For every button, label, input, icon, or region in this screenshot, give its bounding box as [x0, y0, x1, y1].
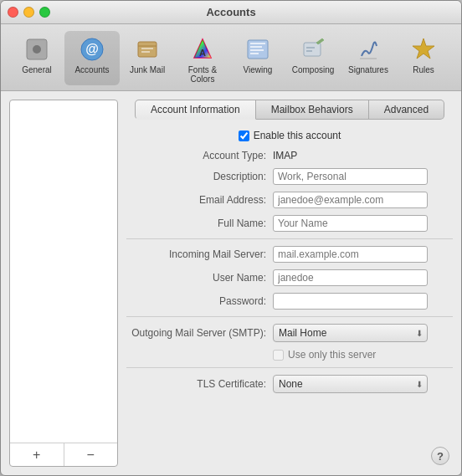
password-row: Password:: [126, 293, 453, 310]
toolbar-label-signatures: Signatures: [348, 65, 388, 74]
close-button[interactable]: [8, 7, 18, 18]
fullname-input[interactable]: [273, 215, 428, 232]
outgoing-server-dropdown-container: Mail Home ⬇: [273, 324, 428, 342]
maximize-button[interactable]: [39, 7, 50, 18]
toolbar: General @ Accounts Junk Mail: [1, 24, 461, 91]
tab-account-info[interactable]: Account Information: [135, 100, 256, 120]
separator-2: [126, 316, 453, 317]
svg-text:@: @: [85, 42, 99, 56]
window-title: Accounts: [206, 6, 255, 18]
rules-icon: [408, 34, 439, 64]
svg-marker-20: [413, 38, 434, 59]
toolbar-label-junkmail: Junk Mail: [130, 65, 165, 74]
incoming-server-input[interactable]: [273, 246, 428, 263]
svg-rect-6: [141, 48, 153, 49]
signatures-icon: [353, 34, 383, 64]
svg-rect-13: [250, 46, 262, 48]
tab-bar: Account Information Mailbox Behaviors Ad…: [126, 100, 453, 120]
titlebar: Accounts: [1, 1, 461, 24]
viewing-icon: [243, 34, 273, 64]
toolbar-item-junkmail[interactable]: Junk Mail: [120, 31, 175, 85]
fullname-label: Full Name:: [126, 218, 273, 229]
main-content: + − Account Information Mailbox Behavior…: [1, 91, 461, 475]
email-label: Email Address:: [126, 194, 273, 206]
description-row: Description:: [126, 168, 453, 185]
outgoing-server-label: Outgoing Mail Server (SMTP):: [126, 327, 273, 339]
toolbar-item-accounts[interactable]: @ Accounts: [64, 31, 120, 85]
separator-1: [126, 238, 453, 239]
email-input[interactable]: [273, 192, 428, 208]
svg-rect-15: [250, 53, 259, 54]
toolbar-item-viewing[interactable]: Viewing: [230, 31, 285, 85]
remove-account-button[interactable]: −: [64, 443, 118, 466]
help-container: ?: [126, 447, 453, 467]
form-area: Enable this account Account Type: IMAP D…: [126, 126, 453, 440]
sidebar: + −: [9, 100, 118, 467]
username-label: User Name:: [126, 272, 273, 284]
sidebar-footer: + −: [10, 443, 117, 466]
accounts-icon: @: [77, 34, 107, 64]
incoming-server-row: Incoming Mail Server:: [126, 246, 453, 263]
account-type-label: Account Type:: [126, 150, 273, 161]
toolbar-label-rules: Rules: [413, 65, 434, 74]
toolbar-label-composing: Composing: [292, 65, 335, 74]
window-controls: [8, 7, 50, 18]
toolbar-label-general: General: [22, 65, 52, 74]
junkmail-icon: [132, 34, 162, 64]
svg-point-1: [33, 45, 41, 54]
description-input[interactable]: [273, 168, 428, 185]
tls-label: TLS Certificate:: [126, 378, 273, 390]
toolbar-item-general[interactable]: General: [9, 31, 64, 85]
account-type-value: IMAP: [273, 150, 297, 161]
toolbar-label-fontscolors: Fonts & Colors: [178, 65, 227, 84]
fontscolors-icon: A: [187, 34, 218, 64]
sidebar-list: [10, 100, 117, 443]
minimize-button[interactable]: [23, 7, 34, 18]
svg-rect-14: [250, 49, 264, 51]
email-row: Email Address:: [126, 192, 453, 208]
svg-rect-12: [250, 43, 265, 44]
incoming-server-label: Incoming Mail Server:: [126, 248, 273, 260]
help-button[interactable]: ?: [431, 447, 449, 465]
password-input[interactable]: [273, 293, 428, 310]
separator-3: [126, 367, 453, 368]
outgoing-server-dropdown[interactable]: Mail Home: [273, 324, 428, 342]
tls-dropdown[interactable]: None: [273, 375, 428, 393]
username-input[interactable]: [273, 269, 428, 286]
toolbar-item-signatures[interactable]: Signatures: [341, 31, 396, 85]
description-label: Description:: [126, 171, 273, 182]
fullname-row: Full Name:: [126, 215, 453, 232]
svg-rect-7: [141, 51, 150, 53]
main-window: Accounts General @ Accounts: [0, 0, 462, 476]
toolbar-item-composing[interactable]: Composing: [285, 31, 341, 85]
use-only-server-row: Use only this server: [273, 349, 453, 361]
toolbar-label-accounts: Accounts: [74, 65, 109, 74]
enable-account-checkbox[interactable]: [239, 131, 249, 141]
svg-rect-16: [304, 43, 321, 56]
right-panel: Account Information Mailbox Behaviors Ad…: [126, 100, 453, 467]
use-only-server-label: Use only this server: [288, 349, 376, 361]
svg-text:A: A: [199, 48, 206, 58]
tls-dropdown-container: None ⬇: [273, 375, 428, 393]
toolbar-label-viewing: Viewing: [244, 65, 273, 74]
username-row: User Name:: [126, 269, 453, 286]
tab-mailbox-behaviors[interactable]: Mailbox Behaviors: [256, 100, 369, 120]
enable-account-label: Enable this account: [254, 130, 341, 141]
toolbar-item-fontscolors[interactable]: A Fonts & Colors: [175, 31, 230, 85]
password-label: Password:: [126, 295, 273, 307]
account-type-row: Account Type: IMAP: [126, 150, 453, 161]
general-icon: [22, 34, 52, 64]
add-account-button[interactable]: +: [10, 443, 64, 466]
composing-icon: [298, 34, 328, 64]
tls-row: TLS Certificate: None ⬇: [126, 375, 453, 393]
outgoing-server-row: Outgoing Mail Server (SMTP): Mail Home ⬇: [126, 324, 453, 342]
enable-account-row: Enable this account: [126, 130, 453, 141]
tab-advanced[interactable]: Advanced: [369, 100, 444, 120]
use-only-server-checkbox[interactable]: [273, 350, 284, 361]
toolbar-item-rules[interactable]: Rules: [396, 31, 451, 85]
